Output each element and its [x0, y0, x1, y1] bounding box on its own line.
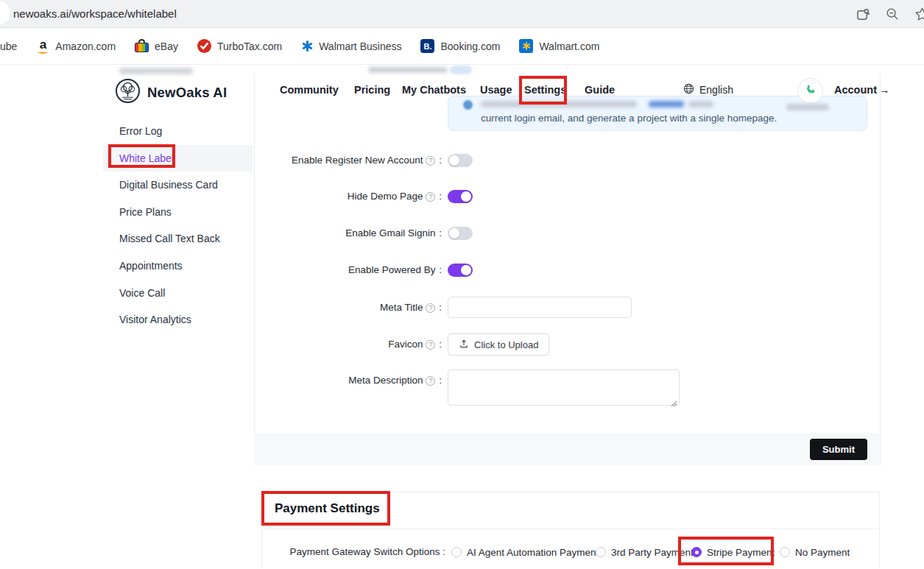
- sidebar-item-voice-call[interactable]: Voice Call: [103, 280, 253, 307]
- form-row-enable-register-new-account: Enable Register New Account? :: [253, 152, 880, 169]
- radio-label: AI Agent Automation Payment: [467, 547, 599, 558]
- field-label: Enable Powered By :: [253, 262, 442, 278]
- card-border-right: [880, 74, 881, 465]
- divider: [262, 529, 879, 529]
- help-icon[interactable]: ?: [426, 376, 435, 386]
- bookmark-label: eBay: [155, 40, 178, 52]
- zoom-out-icon[interactable]: [884, 5, 901, 23]
- toggle-enable-powered-by[interactable]: [448, 264, 473, 277]
- bookmark-amazon-com[interactable]: aAmazon.com: [36, 39, 116, 54]
- form-row-favicon: Favicon? : Click to Upload: [253, 333, 880, 356]
- meta-title-input[interactable]: [448, 297, 632, 318]
- radio-label: Stripe Payment: [707, 547, 775, 558]
- nav-item-pricing[interactable]: Pricing: [354, 74, 390, 106]
- help-icon[interactable]: ?: [426, 192, 435, 202]
- phone-icon: [804, 83, 817, 99]
- help-icon[interactable]: ?: [426, 303, 435, 313]
- account-avatar[interactable]: [797, 78, 823, 104]
- toggle-hide-demo-page[interactable]: [448, 190, 473, 203]
- nav-item-my-chatbots[interactable]: My Chatbots: [402, 74, 466, 106]
- textarea-wrapper: [448, 370, 680, 406]
- bookmark-walmart-com[interactable]: Walmart.com: [519, 39, 599, 53]
- payment-settings-card: Payment Settings Payment Gateway Switch …: [261, 492, 880, 568]
- sidebar-item-error-log[interactable]: Error Log: [103, 118, 253, 145]
- label-text: Enable Register New Account: [292, 155, 423, 166]
- sidebar-item-price-plans[interactable]: Price Plans: [103, 199, 253, 226]
- sidebar-item-visitor-analytics[interactable]: Visitor Analytics: [103, 306, 253, 333]
- toggle-enable-register-new-account[interactable]: [448, 154, 473, 167]
- send-key-icon[interactable]: [854, 5, 872, 23]
- address-bar[interactable]: newoaks.ai/workspace/whitelabel: [13, 0, 177, 28]
- form-row-enable-powered-by: Enable Powered By :: [253, 262, 880, 278]
- submit-button[interactable]: Submit: [810, 439, 867, 460]
- turbotax-icon: [197, 39, 211, 53]
- language-label: English: [699, 84, 733, 96]
- bookmark-label: Amazon.com: [55, 40, 116, 52]
- globe-icon: [683, 83, 694, 96]
- bookmark-walmart-business[interactable]: Walmart Business: [301, 40, 401, 52]
- bookmark-ube[interactable]: ube: [0, 40, 17, 52]
- form-row-enable-gmail-signin: Enable Gmail Signin :: [253, 225, 880, 241]
- radio-label: 3rd Party Payment: [611, 547, 694, 558]
- label-colon: :: [436, 191, 442, 202]
- label-text: Hide Demo Page: [348, 191, 423, 202]
- radio-unselected-icon[interactable]: [780, 547, 790, 557]
- bookmark-booking-com[interactable]: B.Booking.com: [420, 39, 500, 53]
- ebay-icon: [135, 39, 149, 53]
- toggle-enable-gmail-signin[interactable]: [448, 227, 473, 240]
- brand[interactable]: NewOaks AI: [115, 78, 227, 107]
- radio-unselected-icon[interactable]: [596, 547, 606, 557]
- toggle-knob: [449, 155, 459, 166]
- toggle-knob: [461, 191, 471, 202]
- amazon-icon: a: [36, 39, 49, 54]
- booking-icon: B.: [420, 39, 434, 53]
- bookmarks-bar: ubeaAmazon.comeBayTurboTax.comWalmart Bu…: [0, 28, 924, 65]
- radio-option-ai-agent-automation-payment[interactable]: AI Agent Automation Payment: [451, 544, 599, 560]
- walmart-spark-icon: [301, 40, 313, 52]
- form-row-meta-description: Meta Description? :: [253, 370, 880, 406]
- bookmark-label: TurboTax.com: [217, 40, 282, 52]
- field-label: Favicon? :: [253, 333, 442, 356]
- radio-option-3rd-party-payment[interactable]: 3rd Party Payment: [596, 544, 694, 560]
- nav-item-settings[interactable]: Settings: [524, 74, 566, 106]
- redacted-text-blur: [119, 68, 193, 74]
- label-colon: :: [436, 264, 442, 275]
- payment-gateway-label: Payment Gateway Switch Options :: [262, 544, 445, 560]
- account-link[interactable]: Account→: [834, 74, 890, 106]
- nav-item-usage[interactable]: Usage: [480, 74, 512, 106]
- upload-button-label: Click to Upload: [474, 339, 538, 350]
- help-icon[interactable]: ?: [426, 156, 435, 166]
- upload-icon: [459, 339, 469, 351]
- address-bar-end: [0, 1, 10, 24]
- label-text: Enable Gmail Signin: [345, 227, 435, 238]
- radio-option-stripe-payment[interactable]: Stripe Payment: [691, 544, 775, 560]
- sidebar-item-digital-business-card[interactable]: Digital Business Card: [103, 172, 253, 199]
- bookmark-ebay[interactable]: eBay: [135, 39, 178, 53]
- help-icon[interactable]: ?: [426, 340, 435, 350]
- radio-selected-icon[interactable]: [691, 547, 702, 557]
- label-text: Payment Gateway Switch Options: [289, 546, 440, 557]
- radio-unselected-icon[interactable]: [451, 547, 462, 557]
- favicon-upload-button[interactable]: Click to Upload: [448, 333, 549, 356]
- label-colon: :: [436, 375, 442, 386]
- label-text: Meta Description: [348, 375, 423, 386]
- nav-item-community[interactable]: Community: [280, 74, 339, 106]
- sidebar-item-missed-call-text-back[interactable]: Missed Call Text Back: [103, 225, 253, 252]
- bookmark-turbotax-com[interactable]: TurboTax.com: [197, 39, 282, 53]
- label-text: Favicon: [388, 339, 423, 350]
- language-selector[interactable]: English: [683, 74, 733, 106]
- bookmark-label: Walmart Business: [319, 40, 401, 52]
- bookmark-label: ube: [0, 40, 17, 52]
- field-label: Enable Gmail Signin :: [253, 225, 442, 241]
- sidebar-item-white-label[interactable]: White Label: [103, 145, 253, 172]
- favorite-star-icon[interactable]: [913, 5, 924, 23]
- form-footer: Submit: [254, 433, 880, 465]
- label-colon: :: [436, 339, 442, 350]
- sidebar-item-appointments[interactable]: Appointments: [103, 252, 253, 280]
- bookmark-label: Walmart.com: [539, 40, 599, 52]
- resize-handle-icon[interactable]: [671, 397, 677, 403]
- radio-option-no-payment[interactable]: No Payment: [780, 544, 850, 560]
- nav-item-guide[interactable]: Guide: [585, 74, 615, 106]
- meta-description-textarea[interactable]: [448, 370, 680, 406]
- field-label: Meta Title? :: [253, 297, 442, 318]
